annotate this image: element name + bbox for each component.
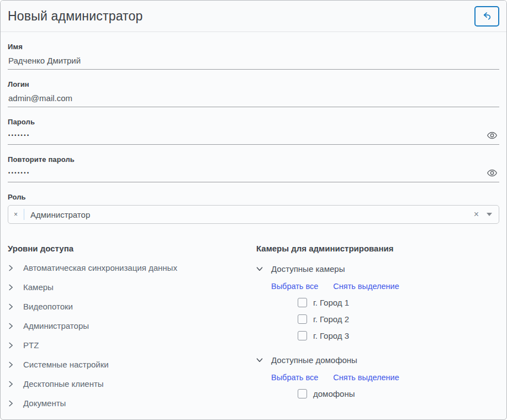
password-input[interactable]: ••••••• [8,126,499,145]
tree-item-label: Камеры [23,282,54,292]
undo-arrow-icon [482,11,493,21]
checkbox-label: домофоны [313,389,355,398]
tree-item-label: Видеопотоки [23,302,73,311]
checkbox-label: г. Город 1 [313,298,349,307]
tree-item-label: Документы [23,398,66,408]
checkbox-label: г. Город 3 [313,331,349,340]
tree-item-video-streams[interactable]: Видеопотоки [8,302,256,311]
chevron-right-icon [8,323,14,329]
field-login-label: Логин [8,80,499,88]
group-actions: Выбрать все Снять выделение [271,373,499,382]
name-input[interactable]: Радченко Дмитрий [8,51,499,70]
role-clear-icon[interactable]: × [474,210,479,219]
camera-option-row[interactable]: г. Город 1 [298,298,499,307]
chevron-right-icon [8,303,14,310]
access-levels-panel: Уровни доступа Автоматическая синхрониза… [8,244,256,408]
checkbox-unchecked[interactable] [298,331,307,340]
password-repeat-input-value: ••••••• [8,170,30,176]
permissions-section: Уровни доступа Автоматическая синхрониза… [8,244,499,408]
tree-item-cameras[interactable]: Камеры [8,282,256,292]
group-actions: Выбрать все Снять выделение [271,282,499,291]
tree-item-system-settings[interactable]: Системные настройки [8,360,256,369]
field-role-label: Роль [8,193,499,201]
tree-item-desktop-clients[interactable]: Десктопные клиенты [8,379,256,389]
toggle-password-repeat-visibility-button[interactable] [485,169,499,177]
checkbox-label: г. Город 2 [313,314,349,324]
role-chip-remove-icon[interactable]: × [14,211,18,218]
role-select[interactable]: × Администратор × [8,205,499,224]
name-input-value: Радченко Дмитрий [8,56,81,65]
chevron-right-icon [8,381,14,387]
select-all-link[interactable]: Выбрать все [271,282,318,291]
select-all-link[interactable]: Выбрать все [271,373,318,382]
new-admin-form-window: Новый администратор Имя Радченко Дмитрий… [0,0,507,420]
field-password: Пароль ••••••• [8,107,499,145]
back-button[interactable] [474,6,499,27]
cameras-admin-title: Камеры для администрирования [256,244,499,253]
login-input-value: admin@mail.com [8,93,72,103]
field-password-repeat-label: Повторите пароль [8,155,499,164]
camera-option-row[interactable]: г. Город 2 [298,314,499,324]
chevron-right-icon [8,361,14,368]
login-input[interactable]: admin@mail.com [8,88,499,107]
chevron-right-icon [8,342,14,349]
intercom-option-row[interactable]: домофоны [298,389,499,398]
chevron-right-icon [8,284,14,291]
group-label: Доступные камеры [271,264,345,274]
field-login: Логин admin@mail.com [8,70,499,107]
password-input-value: ••••••• [8,133,30,138]
page-title: Новый администратор [8,9,143,24]
chip-divider [24,209,24,220]
chevron-down-icon[interactable] [487,213,492,216]
tree-item-label: Администраторы [23,321,89,330]
checkbox-unchecked[interactable] [298,389,307,398]
password-repeat-input[interactable]: ••••••• [8,164,499,182]
role-selected-value: Администратор [30,210,90,219]
group-available-intercoms[interactable]: Доступные домофоны [256,355,499,365]
camera-option-row[interactable]: г. Город 3 [298,331,499,340]
cameras-admin-panel: Камеры для администрирования Доступные к… [256,244,499,408]
eye-icon [487,169,498,177]
field-password-repeat: Повторите пароль ••••••• [8,145,499,182]
checkbox-unchecked[interactable] [298,298,307,307]
access-levels-title: Уровни доступа [8,244,256,253]
tree-item-label: PTZ [23,340,39,350]
tree-item-administrators[interactable]: Администраторы [8,321,256,330]
chevron-down-icon [256,357,263,363]
tree-item-label: Автоматическая синхронизация данных [23,263,177,272]
group-label: Доступные домофоны [271,355,357,365]
group-available-cameras[interactable]: Доступные камеры [256,264,499,274]
deselect-all-link[interactable]: Снять выделение [333,373,399,382]
deselect-all-link[interactable]: Снять выделение [333,282,399,291]
toggle-password-visibility-button[interactable] [485,131,499,140]
field-role: Роль × Администратор × [8,182,499,224]
eye-icon [487,131,498,140]
field-name: Имя Радченко Дмитрий [8,32,499,70]
chevron-right-icon [8,400,14,407]
tree-item-label: Системные настройки [23,360,109,369]
tree-item-auto-sync[interactable]: Автоматическая синхронизация данных [8,263,256,272]
tree-item-ptz[interactable]: PTZ [8,340,256,350]
chevron-down-icon [256,266,263,272]
field-password-label: Пароль [8,118,499,126]
tree-item-documents[interactable]: Документы [8,398,256,408]
tree-item-label: Десктопные клиенты [23,379,104,389]
header: Новый администратор [1,1,506,32]
checkbox-unchecked[interactable] [298,314,307,324]
field-name-label: Имя [8,43,499,51]
chevron-right-icon [8,265,14,271]
